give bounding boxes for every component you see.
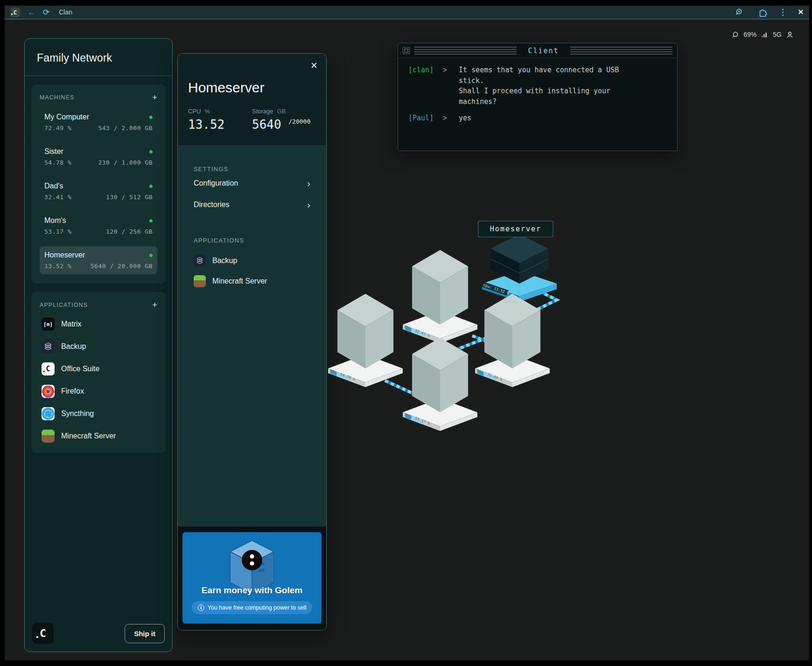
machine-item-sister[interactable]: Sister 54.78 %230 / 1.000 GB bbox=[40, 143, 157, 171]
detail-title: Homeserver bbox=[188, 80, 316, 96]
app-item-backup[interactable]: Backup bbox=[40, 339, 157, 354]
browser-toolbar: C ← ⟳ Clan ✕ bbox=[5, 6, 809, 19]
machine-item-moms[interactable]: Mom's 53.17 %120 / 256 GB bbox=[40, 212, 157, 240]
golem-ad[interactable]: Earn money with Golem i You have free co… bbox=[182, 532, 322, 624]
cpu-value: 13.52 bbox=[188, 118, 252, 132]
diagram-node-homeserver[interactable]: cpu: 13.52 % bbox=[481, 234, 557, 302]
online-status-dot bbox=[149, 254, 153, 257]
machine-cpu: 72.49 % bbox=[44, 125, 71, 132]
titlebar-stripes bbox=[570, 47, 672, 55]
machine-name: Sister bbox=[44, 147, 63, 156]
ad-badge[interactable]: i You have free computing power to sell bbox=[192, 601, 312, 614]
terminal-title: Client bbox=[521, 47, 565, 55]
family-network-panel: Family Network MACHINES + My Computer 72… bbox=[24, 38, 173, 652]
machine-cpu: 13.52 % bbox=[44, 263, 71, 270]
divider bbox=[25, 76, 172, 76]
screen: C ← ⟳ Clan ✕ bbox=[0, 0, 812, 666]
machine-storage: 230 / 1.000 GB bbox=[98, 159, 153, 166]
tooltip-label: Homeserver bbox=[490, 225, 541, 233]
detail-app-minecraft-server[interactable]: Minecraft Server bbox=[194, 271, 310, 291]
applications-card: APPLICATIONS + [m] Matrix Backup bbox=[31, 292, 166, 453]
machine-storage: 130 / 512 GB bbox=[106, 194, 153, 201]
machines-card: MACHINES + My Computer 72.49 %543 / 2.00… bbox=[31, 84, 166, 284]
storage-total: /20000 bbox=[288, 118, 310, 125]
detail-app-backup[interactable]: Backup bbox=[194, 250, 310, 271]
app-item-minecraft-server[interactable]: Minecraft Server bbox=[40, 429, 157, 444]
storage-label: Storage bbox=[252, 108, 273, 115]
terminal-message: [clan] > It seems that you have connecte… bbox=[408, 65, 667, 107]
sidebar-footer: C Ship it bbox=[25, 615, 172, 652]
clan-app-icon: C bbox=[10, 7, 20, 17]
settings-item-configuration[interactable]: Configuration › bbox=[194, 173, 310, 194]
speaker-paul: [Paul] bbox=[408, 113, 437, 124]
online-status-dot bbox=[149, 185, 153, 188]
machine-item-my-computer[interactable]: My Computer 72.49 %543 / 2.000 GB bbox=[40, 108, 157, 136]
cpu-label: CPU bbox=[188, 108, 201, 115]
add-application-button[interactable]: + bbox=[152, 300, 157, 309]
diagram-node-sister[interactable]: cpu: 54.78 % bbox=[328, 294, 403, 387]
machine-item-dads[interactable]: Dad's 32.41 %130 / 512 GB bbox=[40, 177, 157, 205]
homeserver-detail-panel: ✕ Homeserver CPU% 13.52 StorageGB 5640 /… bbox=[177, 53, 327, 631]
add-machine-button[interactable]: + bbox=[152, 93, 157, 102]
detail-applications-header: APPLICATIONS bbox=[194, 237, 310, 244]
status-indicators: 69% 5G bbox=[732, 31, 793, 38]
settings-item-directories[interactable]: Directories › bbox=[194, 194, 310, 215]
app-label: Backup bbox=[61, 342, 86, 351]
backup-icon bbox=[194, 255, 206, 267]
machine-name: Dad's bbox=[44, 182, 63, 190]
app-label: Syncthing bbox=[61, 409, 94, 418]
online-status-dot bbox=[149, 219, 153, 222]
close-window-icon[interactable]: ✕ bbox=[798, 8, 804, 16]
refresh-icon[interactable]: ⟳ bbox=[43, 8, 49, 16]
signal-bars-icon bbox=[761, 31, 768, 38]
applications-header: APPLICATIONS bbox=[40, 302, 88, 308]
menu-icon[interactable] bbox=[782, 9, 784, 16]
app-label: Office Suite bbox=[61, 365, 99, 373]
terminal-titlebar[interactable]: Client bbox=[398, 43, 677, 58]
ad-title: Earn money with Golem bbox=[182, 585, 322, 596]
office-suite-icon: C bbox=[42, 362, 55, 375]
app-item-office-suite[interactable]: C Office Suite bbox=[40, 361, 157, 376]
app-label: Minecraft Server bbox=[61, 432, 116, 440]
detail-body: SETTINGS Configuration › Directories › bbox=[178, 145, 326, 630]
matrix-icon: [m] bbox=[42, 318, 55, 331]
ship-it-button[interactable]: Ship it bbox=[125, 624, 165, 643]
app-item-matrix[interactable]: [m] Matrix bbox=[40, 317, 157, 332]
machine-name: Homeserver bbox=[44, 251, 85, 259]
storage-unit: GB bbox=[277, 108, 286, 115]
homeserver-tooltip: Homeserver bbox=[478, 221, 553, 237]
back-icon[interactable]: ← bbox=[28, 8, 35, 16]
minecraft-icon bbox=[42, 430, 55, 443]
extensions-icon[interactable] bbox=[758, 7, 768, 17]
machine-cpu: 32.41 % bbox=[44, 194, 71, 201]
machine-storage: 120 / 256 GB bbox=[106, 228, 153, 235]
client-terminal-window: Client [clan] > It seems that you have c… bbox=[398, 43, 678, 151]
close-panel-icon[interactable]: ✕ bbox=[310, 60, 318, 71]
chevron-right-icon: › bbox=[307, 200, 310, 209]
syncthing-icon bbox=[42, 407, 55, 420]
machine-item-homeserver[interactable]: Homeserver 13.52 %5640 / 20.000 GB bbox=[40, 246, 157, 274]
storage-value: 5640 bbox=[252, 118, 281, 132]
app-label: Matrix bbox=[61, 320, 82, 328]
diagram-node-dads[interactable]: cpu: 32.41 % bbox=[403, 250, 477, 343]
network-type: 5G bbox=[773, 31, 782, 38]
backup-icon bbox=[42, 340, 55, 353]
panel-title: Family Network bbox=[25, 39, 172, 76]
machine-cpu: 53.17 % bbox=[44, 228, 71, 235]
app-item-syncthing[interactable]: Syncthing bbox=[40, 406, 157, 421]
online-status-dot bbox=[149, 116, 153, 119]
app-item-firefox[interactable]: Firefox bbox=[40, 384, 157, 399]
speaker-clan: [clan] bbox=[408, 65, 437, 107]
user-icon bbox=[786, 31, 793, 38]
machine-name: My Computer bbox=[44, 113, 89, 121]
ad-container: Earn money with Golem i You have free co… bbox=[178, 527, 326, 630]
network-diagram: cpu: 13.52 % cpu: 32.41 % bbox=[322, 220, 583, 453]
diagram-node-moms[interactable]: cpu: 53.17 % bbox=[403, 338, 477, 431]
terminal-message: [Paul] > yes bbox=[408, 113, 667, 124]
info-icon: i bbox=[198, 604, 204, 611]
clan-logo: C bbox=[32, 623, 54, 644]
window-checkbox-icon[interactable] bbox=[403, 47, 410, 54]
zoom-icon[interactable] bbox=[735, 8, 744, 17]
cpu-unit: % bbox=[204, 108, 210, 115]
chevron-right-icon: › bbox=[307, 179, 310, 188]
